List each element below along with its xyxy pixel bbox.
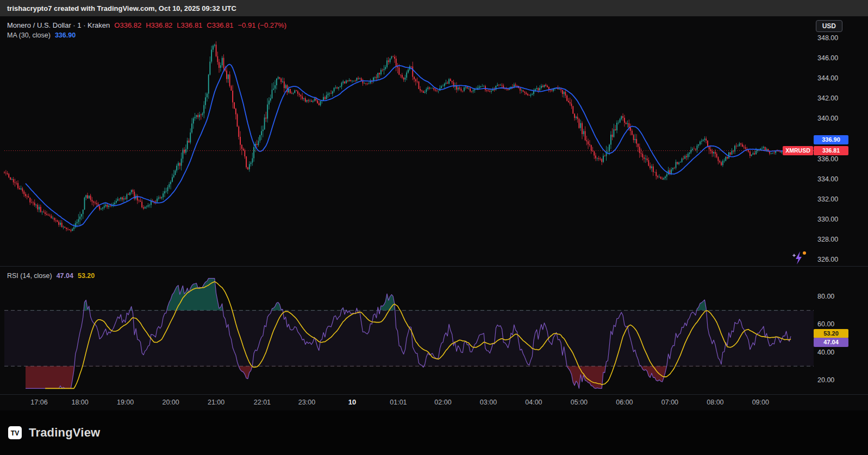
last-price-badge: XMRUSD 336.81 xyxy=(783,146,848,155)
rsi-legend-value: 47.04 xyxy=(57,272,73,280)
rsi-ma-badge: 53.20 xyxy=(814,329,848,338)
rsi-ma-legend-value: 53.20 xyxy=(78,272,95,280)
symbol-tag: XMRUSD xyxy=(783,146,813,155)
tradingview-snapshot: trishacrypto7 created with TradingView.c… xyxy=(0,0,868,455)
ma-legend-label: MA (30, close) xyxy=(7,31,51,39)
attribution-bar: trishacrypto7 created with TradingView.c… xyxy=(0,0,868,16)
ohlc-close: C336.81 xyxy=(207,21,233,29)
tradingview-wordmark[interactable]: TradingView xyxy=(29,426,100,440)
ohlc-low: L336.81 xyxy=(177,21,202,29)
rsi-legend[interactable]: RSI (14, close) 47.04 53.20 xyxy=(7,272,95,280)
currency-toggle-button[interactable]: USD xyxy=(816,20,842,32)
time-axis[interactable] xyxy=(0,394,868,410)
ohlc-open: O336.82 xyxy=(114,21,141,29)
last-price-value: 336.81 xyxy=(814,146,848,155)
footer-bar: TV TradingView xyxy=(0,410,868,455)
ma-price-badge: 336.90 xyxy=(814,135,848,144)
chart-canvas[interactable]: 348.00346.00344.00342.00340.00338.00336.… xyxy=(0,0,868,410)
ma-legend-value: 336.90 xyxy=(55,31,76,39)
svg-text:TV: TV xyxy=(11,429,19,437)
rsi-value-badge: 47.04 xyxy=(814,338,848,347)
ma-legend[interactable]: MA (30, close) 336.90 xyxy=(7,31,76,39)
rsi-legend-label: RSI (14, close) xyxy=(7,272,52,280)
ohlc-high: H336.82 xyxy=(146,21,172,29)
change-value: −0.91 (−0.27%) xyxy=(238,21,287,29)
symbol-legend[interactable]: Monero / U.S. Dollar · 1 · Kraken O336.8… xyxy=(7,21,286,29)
attribution-text: trishacrypto7 created with TradingView.c… xyxy=(7,4,236,12)
symbol-title[interactable]: Monero / U.S. Dollar · 1 · Kraken xyxy=(7,21,110,29)
tradingview-logo-icon[interactable]: TV xyxy=(8,425,24,441)
tradingview-spark-icon xyxy=(791,250,808,266)
